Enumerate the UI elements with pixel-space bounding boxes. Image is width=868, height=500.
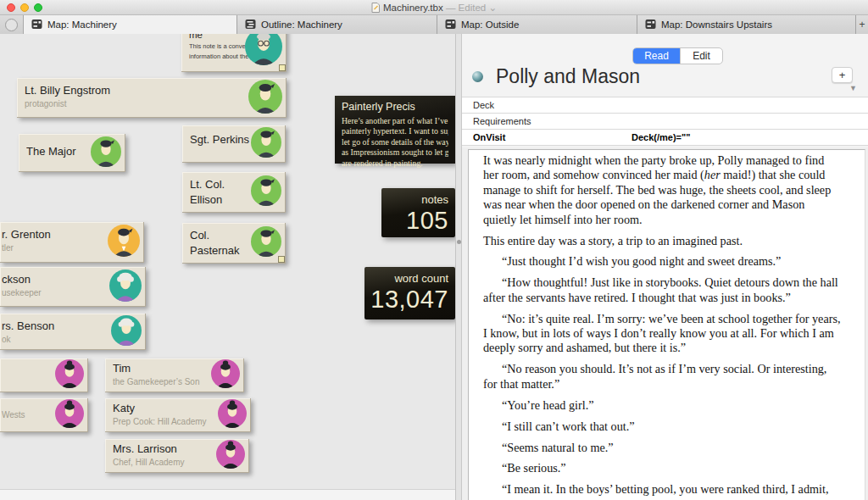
note-card-pink-unnamed[interactable] <box>0 358 88 392</box>
body-paragraph: “Be serious.” <box>483 461 841 475</box>
tab-bar: Map: MachineryOutline: MachineryMap: Out… <box>0 15 868 34</box>
badge-label: word count <box>364 272 448 285</box>
main-area: meThis note is a convenient plinformatio… <box>0 34 868 500</box>
note-card-perkins[interactable]: Sgt. Perkins <box>182 125 286 163</box>
note-card-ellison[interactable]: Lt. Col.Ellison <box>182 172 286 213</box>
avatar-woman-teal <box>109 269 142 305</box>
map-view[interactable]: meThis note is a convenient plinformatio… <box>0 34 455 500</box>
minimize-window-button[interactable] <box>20 3 29 12</box>
map-icon <box>445 19 456 31</box>
body-paragraph: “I mean it. In the boys’ betting pool, y… <box>483 482 841 500</box>
note-body-text: It was nearly midnight when the party br… <box>469 150 865 500</box>
close-window-button[interactable] <box>7 3 15 12</box>
avatar-woman-pink <box>216 440 245 472</box>
tab-outline-machinery[interactable]: Outline: Machinery <box>237 15 437 34</box>
note-card-preview-text: are rendered in painting. <box>342 158 448 169</box>
avatar-man-green <box>251 127 281 161</box>
note-card-katy[interactable]: KatyPrep Cook: Hill Academy <box>105 398 251 432</box>
tab-label: Map: Outside <box>461 19 519 30</box>
outline-icon <box>245 19 256 31</box>
note-card-grenton[interactable]: r. Grentontler <box>0 222 144 263</box>
chevron-down-icon[interactable]: ▼ <box>849 84 857 92</box>
note-card-me[interactable]: meThis note is a convenient plinformatio… <box>181 34 287 72</box>
body-paragraph: “I still can’t work that out.” <box>483 419 841 434</box>
tab-label: Outline: Machinery <box>261 19 342 30</box>
attribute-row-onvisit[interactable]: OnVisitDeck(/me)="" <box>462 130 868 146</box>
avatar-man-green <box>91 136 121 170</box>
note-card-tim[interactable]: Timthe Gamekeeper’s Son <box>105 358 244 392</box>
note-title: Polly and Mason <box>496 65 640 88</box>
body-paragraph: “No: it’s quite real. I’m sorry: we’ve b… <box>483 312 841 356</box>
resize-handle[interactable] <box>278 256 285 263</box>
attribute-name: Deck <box>473 100 494 110</box>
note-card-benson[interactable]: rs. Bensonok <box>0 314 146 350</box>
body-paragraph: “Just thought I’d wish you good night an… <box>483 254 841 269</box>
body-paragraph: “Seems natural to me.” <box>483 441 841 455</box>
tab-map-downstairs-upstairs[interactable]: Map: Downstairs Upstairs <box>637 15 856 34</box>
edit-button[interactable]: Edit <box>680 48 722 64</box>
note-card-pasternak[interactable]: Col.Pasternak <box>182 223 286 264</box>
avatar-woman-pink <box>218 399 247 431</box>
tab-map-outside[interactable]: Map: Outside <box>437 15 637 34</box>
window-title: Machinery.tbx <box>383 3 443 13</box>
badge-value: 105 <box>381 207 448 235</box>
add-attribute-button[interactable]: + <box>832 67 853 83</box>
attribute-name: Requirements <box>473 116 531 126</box>
attribute-value[interactable]: Deck(/me)="" <box>632 130 690 146</box>
title-caret-icon[interactable]: ⌄ <box>488 3 497 13</box>
note-card-preview-text: let go of some details of the way scene <box>342 137 448 147</box>
text-pane: Read Edit Polly and Mason + ▼ DeckRequir… <box>462 34 868 500</box>
avatar-man-green <box>251 175 281 209</box>
avatar-woman-pink <box>55 359 84 392</box>
read-edit-segmented-control: Read Edit <box>632 47 723 64</box>
body-paragraph: “No reason you should. It’s not as if I’… <box>483 362 841 392</box>
add-tab-button[interactable]: + <box>856 15 868 34</box>
note-card-preview-text: as Impressionism sought to let go of sc <box>342 147 448 158</box>
zoom-window-button[interactable] <box>34 3 42 12</box>
map-icon <box>31 19 42 31</box>
badge-notes[interactable]: notes105 <box>381 188 455 237</box>
tab-label: Map: Downstairs Upstairs <box>661 19 772 30</box>
note-card-jackson[interactable]: cksonusekeeper <box>0 267 146 307</box>
read-button[interactable]: Read <box>633 48 680 64</box>
title-bar: Machinery.tbx — Edited ⌄ <box>0 0 868 15</box>
note-card-painterly[interactable]: Painterly PrecisHere’s another part of w… <box>335 96 455 164</box>
tab-map-machinery[interactable]: Map: Machinery <box>24 15 237 34</box>
avatar-man-green <box>248 80 282 117</box>
attribute-name: OnVisit <box>473 132 505 142</box>
tab-overview-circle-button[interactable] <box>5 19 18 31</box>
map-horizontal-scrollbar[interactable] <box>0 489 455 500</box>
note-card-wests[interactable]: Wests <box>0 398 88 432</box>
note-text-background: It was nearly midnight when the party br… <box>462 147 868 500</box>
note-card-larrison[interactable]: Mrs. LarrisonChef, Hill Academy <box>105 439 249 473</box>
splitter-handle-dot[interactable] <box>457 240 461 244</box>
note-text-area[interactable]: It was nearly midnight when the party br… <box>468 149 865 500</box>
tab-bar-circle-zone <box>0 15 24 34</box>
map-icon <box>645 19 656 31</box>
avatar-woman-teal <box>111 315 142 349</box>
attribute-row-deck[interactable]: Deck <box>462 97 868 114</box>
badge-word-count[interactable]: word count13,047 <box>364 267 455 319</box>
note-card-title: Painterly Precis <box>342 101 448 113</box>
resize-handle[interactable] <box>279 64 286 71</box>
body-paragraph: “How thoughtful! Just like in storybooks… <box>483 275 841 305</box>
badge-label: notes <box>381 193 448 206</box>
app-window: Machinery.tbx — Edited ⌄ Map: MachineryO… <box>0 0 868 500</box>
body-paragraph: It was nearly midnight when the party br… <box>483 153 841 227</box>
window-controls <box>7 3 42 12</box>
note-card-subtitle: protagonist <box>25 99 287 108</box>
badge-value: 13,047 <box>364 286 448 314</box>
body-paragraph: “You’re head girl.” <box>483 398 841 413</box>
note-card-preview-text: painterly hypertext. I want to suggest t <box>342 126 448 136</box>
attribute-row-requirements[interactable]: Requirements <box>462 114 868 130</box>
note-card-major[interactable]: The Major <box>19 134 125 172</box>
window-title-status: — Edited ⌄ <box>446 3 497 13</box>
note-card-billy[interactable]: Lt. Billy Engstromprotagonist <box>17 78 287 118</box>
pane-splitter[interactable] <box>455 34 462 500</box>
body-paragraph: This entire day was a story, a trip to a… <box>483 234 841 248</box>
avatar-woman-pink <box>211 359 240 392</box>
avatar-man-orange <box>108 225 140 260</box>
avatar-man-green <box>251 226 281 260</box>
key-attributes-table: DeckRequirementsOnVisitDeck(/me)="" <box>462 97 868 146</box>
avatar-woman-pink <box>55 399 84 431</box>
